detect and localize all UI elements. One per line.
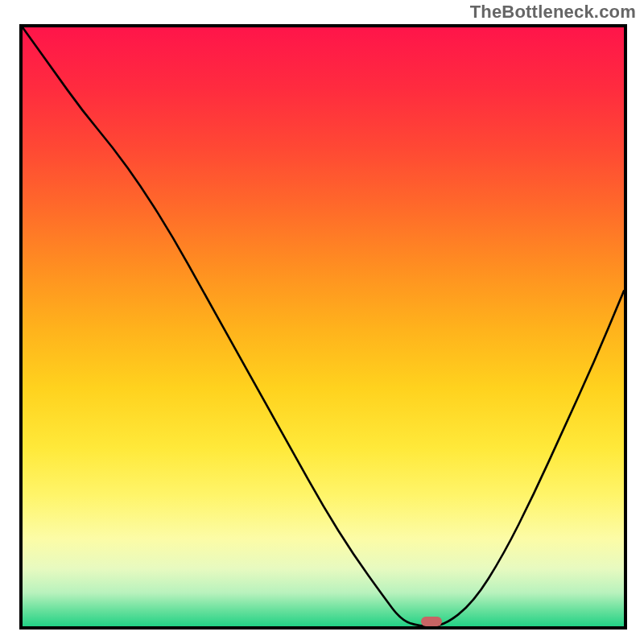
optimal-marker [421,617,442,626]
curve-svg [23,27,624,626]
bottleneck-curve-path [23,27,624,626]
watermark-text: TheBottleneck.com [470,2,636,23]
plot-area [19,24,627,630]
chart-container: TheBottleneck.com [0,0,644,644]
